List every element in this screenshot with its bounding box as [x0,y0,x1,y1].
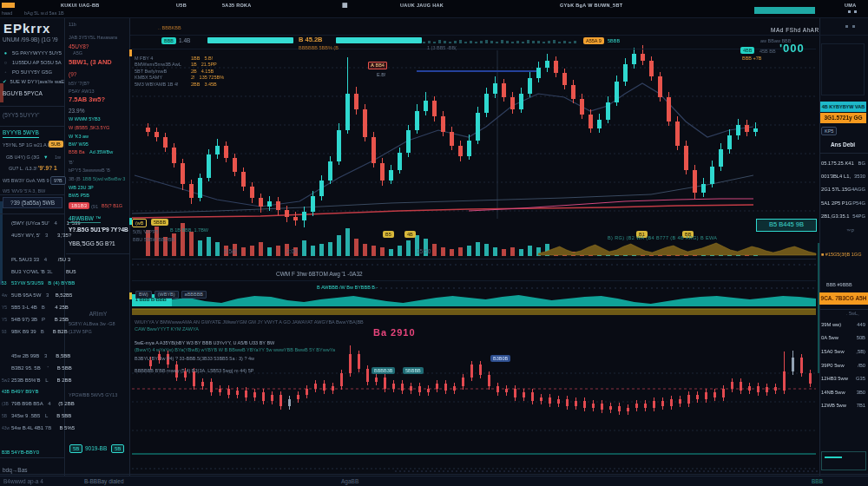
orderbook-header: JAB 3Y5Y5L Havasara [69,35,117,41]
menu-item-markets[interactable]: KUKUI UAG-BB [61,3,100,8]
price-highlight: B 45.2B [299,36,323,44]
signal-tag-teal-2[interactable]: 5BBBB [403,367,424,374]
lot-chip[interactable]: KP5 [821,127,837,135]
table-row[interactable]: (5WY (UYca 5U'41 '539 [2,217,63,229]
table-row[interactable]: 43w54w B.4L 4B17BB 5%5 [2,422,63,434]
list-item: 12HB3 5wwG35 [821,371,865,385]
price-sub: BBBBBB 5BB% (B [299,45,339,51]
ask-price-big: 5BW1, (3 AND [69,59,112,67]
menu-item-orders[interactable]: 5A35 ROKA [222,3,252,8]
filter-option[interactable]: ●5G PAYYWYYY 5UY5 [3,48,63,57]
mini-box [821,451,866,470]
time-axis-label-2: 2:00 [286,248,298,255]
alert-banner: 9CA. 7B3CG A5H [819,292,868,305]
status-left: B4wwwd ap-a 4 [3,478,43,485]
misc-value: 1 (3 BB5 -BB( [427,45,457,51]
caret-down-icon[interactable]: ▼ [43,154,48,161]
table-row[interactable]: Y55B5 3-L 4BB4 25B [2,301,63,313]
ask-price-1: 45UY8? [69,43,89,50]
table-row[interactable]: 939BK B9 39BB B2B [2,325,63,338]
signal-tag-blue[interactable]: B3B0B [490,355,510,362]
list-item: 001'3BL4 L1,3530 [821,169,865,182]
signal-chip[interactable]: A55A 9 [583,37,604,44]
ask-price-2: (9? [69,71,76,78]
vol-indicator-toggle-1[interactable]: (wB [132,219,147,227]
charts-canvas[interactable] [0,0,868,486]
filter-options[interactable]: ●5G PAYYWYYY 5UY5○1U55DU AP 5O5U 5A◦PO 5… [3,48,63,86]
table-row[interactable] [2,338,63,350]
news-row-d: 5wE-mya A A35YB(bBY W3 BY BBB U3YvYY, U … [135,340,274,346]
timeframe-row[interactable]: B) RG) (B2 WA (B4 B777 (B 4B ARG) B EWA [608,235,717,241]
last-price-big: '000 [779,43,805,55]
table-row[interactable]: 4w5UB 95A 5W3B,52B5 [2,289,63,301]
filter-option[interactable]: ○1U55DU AP 5O5U 5A [3,57,63,67]
pager-next-button[interactable]: 5B [111,444,124,453]
summary-row-2-value: 1w [55,154,61,161]
list-item: 2B1,G3.35.154PG [821,210,865,223]
filter-option[interactable]: ✔5UE W DYY(avaYe waE [3,76,63,86]
summary-row-1: Y5YNL 5P 1G w21 A B [3,142,51,148]
table-row[interactable]: B3B2 95. 5B'B 5BB [2,362,63,374]
divider [130,35,868,36]
table-row[interactable]: 5w2253B B5%'BLB 2BB [2,374,63,386]
filter-option[interactable]: ◦PO 5UYY5Y G5G [3,67,63,76]
alert-chip[interactable]: A BB4 [368,62,387,69]
table-row[interactable]: 45w 2B 99B3B,5BB [2,350,63,362]
status-bar [0,476,868,486]
trades-table[interactable]: (5WY (UYca 5U'41 '5394U5Y WY, 5'33,'35?P… [2,217,63,458]
order-history-button[interactable]: ?39 (5a55a) 5WB [3,197,62,208]
volume-label: aw BBaw BBB [760,38,791,44]
table-row[interactable]: (3B79B B9B B5A4(5 2BB [2,397,63,410]
table-row[interactable]: 43BB49Y B9YB [2,385,63,397]
table-row[interactable]: 4U5Y WY, 5'33,'35? [2,229,63,241]
menu-item-currency[interactable]: U5B [176,3,187,8]
buy-button[interactable]: 4B KYBYBYW VAB [820,102,866,112]
menu-item-user[interactable]: UMA [845,3,856,8]
divider [132,49,816,49]
apps-grid-icon[interactable]: ▦ [342,2,348,9]
table-row[interactable] [2,241,63,253]
table-row[interactable]: PL 5AU3 334/5U 3 [2,253,63,266]
ratio-value: 1.4B [179,37,190,44]
margin-badge[interactable]: 9?B [50,176,66,185]
divider [819,153,868,154]
table-footer-link[interactable]: bdq→Bas [3,467,28,474]
last-size: (91 [91,204,98,210]
table-row[interactable]: 5353YW 5/3U59B(4) BYBB [2,277,63,289]
list-item: 12WB 5ww7B1 [821,399,865,413]
depth-bar-2 [336,37,422,43]
divider [0,457,65,458]
table-row[interactable]: B3B54YB-BBY0 [2,446,63,458]
vol-stat-3: BBU 55BW BBUBB [133,237,174,243]
ask-row-5: W (B5B5 ,5K3.5YG [69,125,109,131]
balance-note: BBB #9BBB [826,282,852,288]
depth-link[interactable]: 4BWBBW ™ [69,215,101,223]
summary-badge[interactable]: 5UB [49,141,63,148]
table-row[interactable]: 5B345w 9 .5B5LB 5BB [2,410,63,422]
toolbar-button[interactable]: aBBBBB [181,291,207,299]
table-row[interactable]: Y554B 97) 3BPB 25B [2,313,63,325]
spread-percent: 23.9% [69,108,84,115]
price-row: GU? L. /L3.3! [9,166,37,172]
signal-tag-teal-1[interactable]: BBBB3B [372,367,395,374]
account-rows: 05.175.25.K41BG001'3BL4 L1,35302G1 57L.1… [821,156,865,223]
bullet-icon: ○ [3,60,9,65]
note-row-1: bP'Y5 3awwwwB 'B [69,167,110,174]
highlight-number: Ba 2910 [373,327,416,338]
side-accent [818,243,819,373]
vol-indicator-toggle-2[interactable]: 5BBB [151,219,168,226]
topbar-dot-2 [854,10,857,13]
vol-stat-1: 5(B) 'WP'P5 [133,229,159,235]
table-row[interactable] [2,434,63,446]
scale-chip[interactable]: 4BB [740,47,754,54]
buy-chip[interactable]: BBB [161,37,176,44]
ohlc-values: 45B BB [760,49,776,55]
list-item: 39M ww)449 [821,318,865,332]
menu-item-tools[interactable]: GYbK BgA W BUWN_5BT [560,3,622,8]
positions-link[interactable]: BYYYB 5WYB [3,129,39,138]
pager-prev-button[interactable]: 5B [69,444,82,453]
vol-stat-2: B 1B BBB, 1.7BW [170,227,208,233]
menu-item-positions[interactable]: UAUK JAUG HAK [400,3,444,8]
table-row[interactable]: BU3 YO'WL 'B3LBU5 [2,266,63,278]
news-row-e: (BwwY) 4 wYaYw) BYa(YBwB) wYBYB W B BBww… [135,347,335,353]
